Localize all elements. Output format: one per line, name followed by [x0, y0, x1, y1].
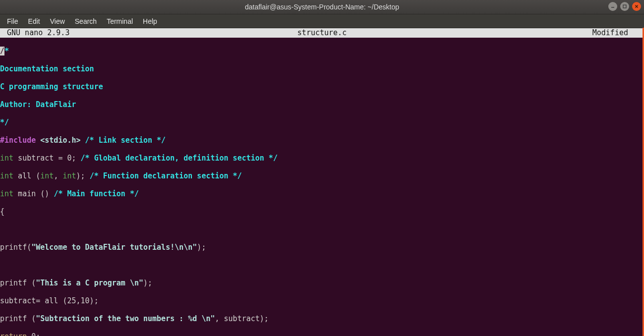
minimize-icon — [611, 4, 615, 8]
code-line: Documentation section — [0, 64, 644, 73]
close-button[interactable] — [632, 2, 641, 11]
code-line — [0, 225, 644, 234]
menu-bar: File Edit View Search Terminal Help — [0, 14, 644, 28]
code-line: #include <stdio.h> /* Link section */ — [0, 136, 644, 145]
code-line: printf ("Subtraction of the two numbers … — [0, 314, 644, 323]
maximize-button[interactable] — [620, 2, 629, 11]
menu-view[interactable]: View — [46, 16, 69, 27]
svg-rect-1 — [623, 5, 626, 8]
svg-rect-0 — [611, 7, 614, 8]
code-line: printf("Welcome to DataFlair tutorials!\… — [0, 243, 644, 252]
code-line: */ — [0, 118, 644, 127]
code-line: int all (int, int); /* Function declarat… — [0, 171, 644, 180]
code-line: printf ("This is a C program \n"); — [0, 279, 644, 287]
minimize-button[interactable] — [608, 2, 617, 11]
menu-help[interactable]: Help — [139, 16, 161, 27]
code-line — [0, 261, 644, 270]
window-title: dataflair@asus-System-Product-Name: ~/De… — [245, 3, 399, 11]
code-line: int subtract = 0; /* Global declaration,… — [0, 154, 644, 163]
code-line: subtract= all (25,10); — [0, 296, 644, 305]
code-line: Author: DataFlair — [0, 100, 644, 109]
code-line: int main () /* Main function */ — [0, 189, 644, 198]
menu-file[interactable]: File — [3, 16, 22, 27]
nano-status-bar: GNU nano 2.9.3 structure.c Modified — [0, 28, 644, 38]
nano-filename: structure.c — [0, 28, 644, 38]
close-icon — [635, 4, 639, 8]
menu-terminal[interactable]: Terminal — [103, 16, 137, 27]
code-line: C programming structure — [0, 82, 644, 91]
code-line: /* — [0, 47, 644, 56]
window-titlebar: dataflair@asus-System-Product-Name: ~/De… — [0, 0, 644, 14]
text-cursor: / — [0, 47, 4, 56]
window-controls — [608, 2, 641, 11]
maximize-icon — [623, 4, 627, 8]
editor-area[interactable]: /* Documentation section C programming s… — [0, 38, 644, 336]
code-line: return 0; — [0, 332, 644, 336]
menu-search[interactable]: Search — [71, 16, 101, 27]
menu-edit[interactable]: Edit — [24, 16, 44, 27]
code-line: { — [0, 207, 644, 216]
